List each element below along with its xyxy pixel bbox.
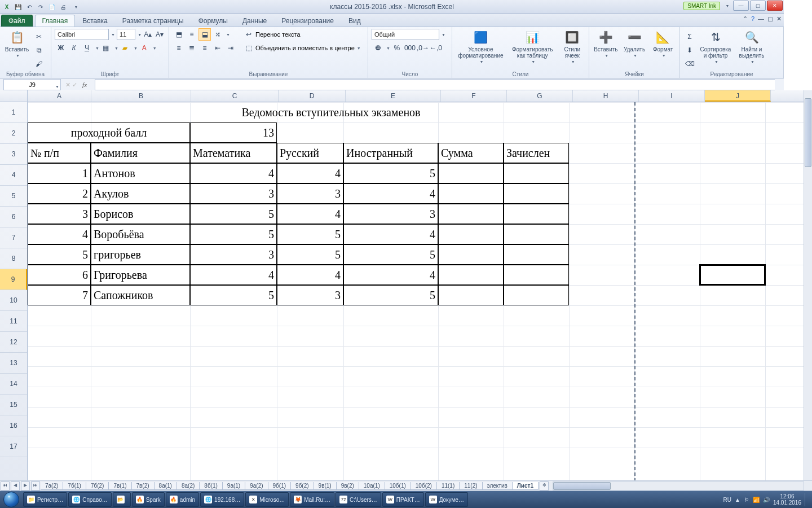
- maximize-button[interactable]: ▢: [750, 1, 766, 11]
- row-header-11[interactable]: 11: [0, 311, 27, 332]
- cancel-fx-icon[interactable]: ✕: [65, 81, 70, 88]
- cell-fam-2[interactable]: Борисов: [91, 204, 190, 224]
- col-header-B[interactable]: B: [91, 90, 191, 102]
- enter-fx-icon[interactable]: ✓: [72, 81, 77, 88]
- cell-hdr-5[interactable]: Сумма: [438, 143, 504, 163]
- align-right-icon[interactable]: ≡: [198, 42, 211, 54]
- font-name-dd-icon[interactable]: ▼: [111, 33, 115, 37]
- row-header-12[interactable]: 12: [0, 332, 27, 353]
- sheet-nav-first-icon[interactable]: ⏮: [1, 481, 10, 491]
- cell-n-4[interactable]: 5: [28, 244, 91, 265]
- smart-ink-dropdown-icon[interactable]: ▼: [723, 1, 732, 10]
- autosum-icon[interactable]: Σ: [683, 30, 696, 43]
- clear-icon[interactable]: ⌫: [683, 58, 696, 70]
- smart-ink-button[interactable]: SMART Ink: [683, 2, 720, 10]
- sheet-tab-9б(2)[interactable]: 9б(2): [290, 482, 314, 490]
- row-header-1[interactable]: 1: [0, 102, 27, 123]
- save-icon[interactable]: 💾: [14, 2, 23, 11]
- sort-filter-button[interactable]: ⇅Сортировка и фильтр▼: [698, 28, 733, 66]
- orient-dd-icon[interactable]: ▼: [226, 33, 230, 37]
- cell-sum-0[interactable]: [438, 163, 504, 183]
- name-box[interactable]: J9▼: [3, 79, 61, 90]
- cell-rus-2[interactable]: 4: [277, 204, 343, 224]
- cell-n-3[interactable]: 4: [28, 224, 91, 244]
- sheet-tab-11(2)[interactable]: 11(2): [459, 482, 482, 490]
- sheet-tab-7в(2)[interactable]: 7в(2): [131, 482, 155, 490]
- cell-sum-2[interactable]: [438, 204, 504, 224]
- cell-rus-4[interactable]: 5: [277, 244, 343, 265]
- sheet-tab-электив[interactable]: электив: [482, 482, 513, 490]
- horizontal-scrollbar[interactable]: [553, 481, 784, 491]
- sheet-tab-9в(2)[interactable]: 9в(2): [336, 482, 359, 490]
- sheet-tab-7в(1)[interactable]: 7в(1): [108, 482, 131, 490]
- row-header-5[interactable]: 5: [0, 186, 27, 207]
- tab-file[interactable]: Файл: [1, 15, 33, 27]
- sheet-tab-9а(2)[interactable]: 9а(2): [245, 482, 268, 490]
- font-size-combo[interactable]: 11: [117, 29, 135, 40]
- sheet-tab-7б(2)[interactable]: 7б(2): [86, 482, 109, 490]
- copy-icon[interactable]: ⧉: [33, 44, 45, 56]
- sheet-nav-last-icon[interactable]: ⏭: [31, 481, 40, 491]
- select-all-button[interactable]: [0, 90, 28, 102]
- font-color-icon[interactable]: A: [138, 42, 151, 54]
- cells-area[interactable]: Ведомость вступительных экзаменовпроходн…: [28, 102, 784, 481]
- sheet-tab-8а(1)[interactable]: 8а(1): [154, 482, 177, 490]
- cell-n-0[interactable]: 1: [28, 163, 91, 183]
- cell-math-2[interactable]: 5: [190, 204, 277, 224]
- cell-math-1[interactable]: 3: [190, 183, 277, 204]
- percent-icon[interactable]: %: [391, 42, 403, 54]
- cell-hdr-4[interactable]: Иностранный: [343, 143, 438, 163]
- sheet-tab-8а(2)[interactable]: 8а(2): [176, 482, 200, 490]
- cell-for-3[interactable]: 4: [343, 224, 438, 244]
- row-header-3[interactable]: 3: [0, 144, 27, 165]
- cell-math-5[interactable]: 4: [190, 265, 277, 285]
- paste-button[interactable]: 📋Вставить▼: [3, 28, 30, 60]
- fx-icon[interactable]: fx: [82, 81, 87, 88]
- row-header-15[interactable]: 15: [0, 395, 27, 415]
- currency-dd-icon[interactable]: ▼: [386, 46, 390, 50]
- fill-color-icon[interactable]: ▰: [119, 42, 131, 54]
- doc-close-icon[interactable]: ✕: [776, 15, 782, 23]
- sheet-tab-10б(1)[interactable]: 10б(1): [385, 482, 411, 490]
- cell-rus-6[interactable]: 3: [277, 285, 343, 305]
- cell-math-6[interactable]: 5: [190, 285, 277, 305]
- align-top-icon[interactable]: ⬒: [173, 28, 185, 41]
- cell-hdr-6[interactable]: Зачислен: [504, 143, 569, 163]
- tab-formulas[interactable]: Формулы: [191, 15, 235, 27]
- sheet-tab-7а(2)[interactable]: 7а(2): [41, 482, 63, 490]
- print-icon[interactable]: 🖨: [59, 2, 68, 11]
- cell-hdr-1[interactable]: Фамилия: [91, 143, 190, 163]
- inc-decimal-icon[interactable]: ,0→: [417, 42, 429, 54]
- qat-icon[interactable]: 📄: [47, 2, 56, 11]
- fontcolor-dd-icon[interactable]: ▼: [153, 46, 157, 50]
- undo-icon[interactable]: ↶: [25, 2, 34, 11]
- col-header-H[interactable]: H: [573, 90, 639, 102]
- cell-hdr-3[interactable]: Русский: [277, 143, 343, 163]
- find-select-button[interactable]: 🔍Найти и выделить▼: [735, 28, 768, 66]
- cell-enr-5[interactable]: [504, 265, 569, 285]
- shrink-font-icon[interactable]: A▾: [154, 28, 165, 41]
- comma-icon[interactable]: 000: [404, 42, 416, 54]
- cell-fam-0[interactable]: Антонов: [91, 163, 190, 183]
- col-header-F[interactable]: F: [441, 90, 507, 102]
- hscroll-thumb[interactable]: [553, 482, 611, 490]
- cell-sum-6[interactable]: [438, 285, 504, 305]
- row-header-16[interactable]: 16: [0, 415, 27, 436]
- cell-for-0[interactable]: 5: [343, 163, 438, 183]
- cell-styles-button[interactable]: 🔲Стили ячеек▼: [559, 28, 585, 66]
- align-left-icon[interactable]: ≡: [173, 42, 185, 54]
- delete-cells-button[interactable]: ➖Удалить▼: [621, 28, 648, 60]
- tab-insert[interactable]: Вставка: [75, 15, 115, 27]
- align-middle-icon[interactable]: ≡: [186, 28, 198, 41]
- formula-input[interactable]: [95, 79, 775, 90]
- qat-more-icon[interactable]: ▼: [72, 2, 81, 11]
- format-cells-button[interactable]: 📐Формат▼: [650, 28, 676, 60]
- tab-home[interactable]: Главная: [35, 15, 76, 27]
- cell-enr-1[interactable]: [504, 183, 569, 204]
- row-header-17[interactable]: 17: [0, 436, 27, 457]
- cell-enr-4[interactable]: [504, 244, 569, 265]
- cell-title[interactable]: Ведомость вступительных экзаменов: [28, 102, 634, 122]
- cell-rus-1[interactable]: 3: [277, 183, 343, 204]
- col-header-C[interactable]: C: [191, 90, 279, 102]
- row-header-13[interactable]: 13: [0, 353, 27, 374]
